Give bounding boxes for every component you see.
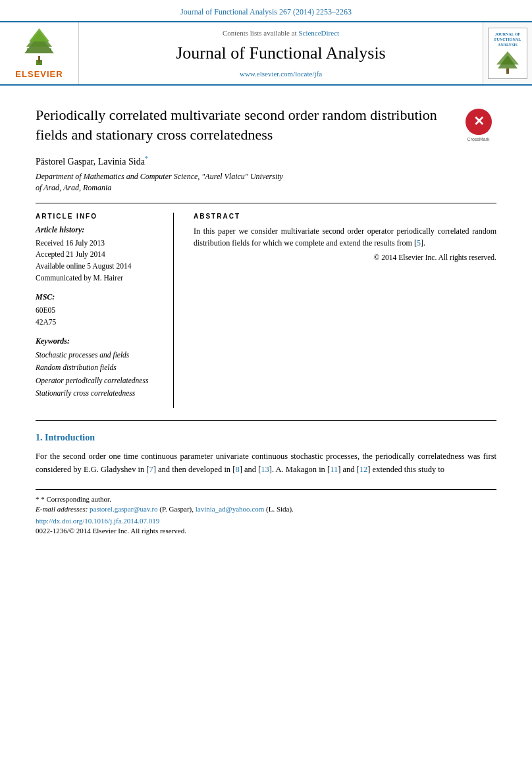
keyword-4: Stationarily cross correlatedness [36, 387, 160, 400]
corresponding-author-text: * Corresponding author. [41, 495, 111, 503]
sciencedirect-link[interactable]: ScienceDirect [298, 29, 339, 37]
article-info-column: ARTICLE INFO Article history: Received 1… [36, 213, 174, 408]
keyword-3: Operator periodically correlatedness [36, 375, 160, 388]
elsevier-text: ELSEVIER [15, 69, 63, 79]
copyright-notice: © 2014 Elsevier Inc. All rights reserved… [194, 253, 496, 261]
corresponding-author-mark: * [145, 155, 148, 162]
journal-title: Journal of Functional Analysis [176, 43, 385, 63]
journal-url: www.elsevier.com/locate/jfa [240, 70, 322, 78]
journal-banner: ELSEVIER Contents lists available at Sci… [0, 21, 532, 86]
and-word: and [244, 465, 256, 474]
star-symbol: * [36, 495, 41, 503]
accepted-date: Accepted 21 July 2014 [36, 249, 160, 261]
introduction-paragraph: For the second order one time continuous… [36, 450, 496, 476]
ref-12[interactable]: 12 [359, 465, 368, 474]
keyword-2: Random distribution fields [36, 361, 160, 375]
email-2-person: (L. Sida). [266, 505, 294, 513]
keywords-list: Stochastic processes and fields Random d… [36, 349, 160, 400]
article-title-section: Periodically correlated multivariate sec… [36, 105, 496, 144]
crossmark-badge: ✕ CrossMark [460, 108, 496, 142]
authors-line: Păstorel Gaspar, Lavinia Sida* [36, 155, 496, 167]
received-date: Received 16 July 2013 [36, 238, 160, 250]
issn-line: 0022-1236/© 2014 Elsevier Inc. All right… [36, 527, 496, 535]
email-1-person: (P. Gaspar), [159, 505, 194, 513]
svg-rect-9 [506, 68, 509, 74]
doi-link[interactable]: http://dx.doi.org/10.1016/j.jfa.2014.07.… [36, 517, 159, 525]
ref-8[interactable]: 8 [235, 465, 239, 474]
header-separator [36, 203, 496, 203]
keywords-block: Keywords: Stochastic processes and field… [36, 336, 160, 400]
page: Journal of Functional Analysis 267 (2014… [0, 0, 532, 765]
info-section: ARTICLE INFO Article history: Received 1… [36, 213, 496, 408]
journal-thumbnail: JOURNAL OFFUNCTIONALANALYSIS [483, 22, 532, 84]
doi-line: http://dx.doi.org/10.1016/j.jfa.2014.07.… [36, 517, 496, 525]
introduction-heading: 1. Introduction [36, 433, 496, 443]
elsevier-tree-icon [14, 28, 64, 66]
footnote-area: * * Corresponding author. E-mail address… [36, 489, 496, 535]
article-title: Periodically correlated multivariate sec… [36, 105, 454, 144]
msc-block: MSC: 60E05 42A75 [36, 292, 160, 329]
abstract-ref-5[interactable]: 5 [417, 238, 421, 248]
svg-marker-4 [29, 28, 49, 41]
history-label: Article history: [36, 225, 160, 235]
ref-11[interactable]: 11 [330, 465, 338, 474]
thumb-title-text: JOURNAL OFFUNCTIONALANALYSIS [494, 32, 521, 47]
ref-13[interactable]: 13 [261, 465, 269, 474]
elsevier-logo-block: ELSEVIER [0, 22, 79, 84]
journal-reference-header: Journal of Functional Analysis 267 (2014… [0, 0, 532, 21]
contents-available-line: Contents lists available at ScienceDirec… [223, 29, 339, 37]
svg-text:✕: ✕ [473, 114, 484, 128]
svg-rect-1 [38, 56, 40, 63]
email-2-link[interactable]: lavinia_ad@yahoo.com [196, 505, 265, 513]
email-1-link[interactable]: pastorel.gaspar@uav.ro [90, 505, 158, 513]
affiliation: Department of Mathematics and Computer S… [36, 171, 496, 194]
email-label: E-mail addresses: [36, 505, 90, 513]
email-line: E-mail addresses: pastorel.gaspar@uav.ro… [36, 505, 496, 513]
crossmark-icon: ✕ [465, 108, 492, 136]
info-separator [36, 420, 496, 421]
thumb-tree-icon [491, 50, 524, 75]
communicated-by: Communicated by M. Hairer [36, 273, 160, 284]
journal-reference-text: Journal of Functional Analysis 267 (2014… [180, 7, 352, 16]
corresponding-author-note: * * Corresponding author. [36, 495, 496, 503]
msc-code-1: 60E05 [36, 305, 160, 317]
abstract-text: In this paper we consider multivariate s… [194, 225, 496, 250]
thumb-cover: JOURNAL OFFUNCTIONALANALYSIS [488, 28, 527, 79]
ref-7[interactable]: 7 [149, 465, 153, 474]
msc-code-2: 42A75 [36, 317, 160, 329]
keyword-1: Stochastic processes and fields [36, 349, 160, 362]
keywords-label: Keywords: [36, 336, 160, 346]
crossmark-label: CrossMark [467, 137, 490, 142]
journal-center-info: Contents lists available at ScienceDirec… [79, 22, 483, 84]
msc-label: MSC: [36, 292, 160, 302]
author-names: Păstorel Gaspar, Lavinia Sida [36, 157, 145, 167]
article-info-heading: ARTICLE INFO [36, 213, 160, 220]
history-block: Article history: Received 16 July 2013 A… [36, 225, 160, 284]
main-content: Periodically correlated multivariate sec… [0, 86, 532, 554]
abstract-column: ABSTRACT In this paper we consider multi… [194, 213, 496, 408]
abstract-heading: ABSTRACT [194, 213, 496, 220]
available-date: Available online 5 August 2014 [36, 261, 160, 273]
